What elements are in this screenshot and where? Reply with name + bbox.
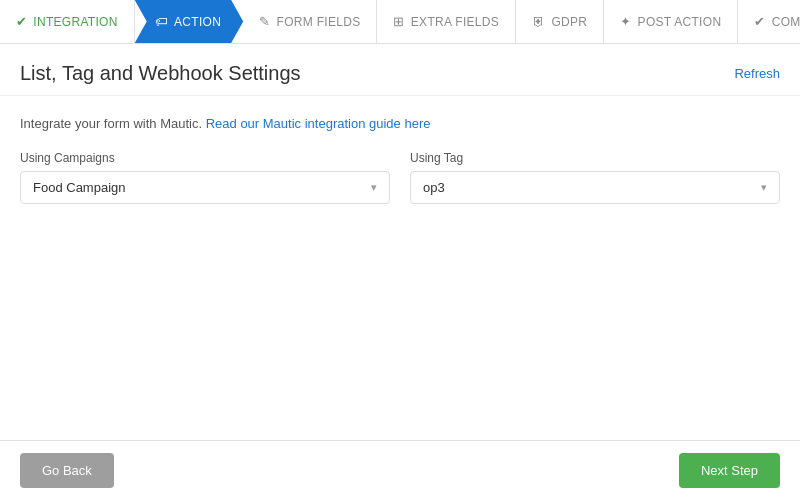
next-step-button[interactable]: Next Step xyxy=(679,453,780,488)
campaigns-field-group: Using Campaigns Food Campaign ▾ xyxy=(20,151,390,204)
star-icon: ✦ xyxy=(620,14,631,29)
chevron-down-icon-tag: ▾ xyxy=(761,181,767,194)
nav-item-complete-label: COMPLETE xyxy=(772,15,800,29)
nav-item-gdpr-label: GDPR xyxy=(551,15,587,29)
nav-item-extra-fields[interactable]: ⊞ EXTRA FIELDS xyxy=(377,0,516,43)
campaigns-value: Food Campaign xyxy=(33,180,126,195)
nav-item-form-fields-label: FORM FIELDS xyxy=(277,15,361,29)
tag-label: Using Tag xyxy=(410,151,780,165)
nav-item-action-label: ACTION xyxy=(174,15,221,29)
top-nav: ✔ INTEGRATION 🏷 ACTION ✎ FORM FIELDS ⊞ E… xyxy=(0,0,800,44)
tag-field-group: Using Tag op3 ▾ xyxy=(410,151,780,204)
tag-icon: 🏷 xyxy=(155,14,168,29)
nav-item-post-action[interactable]: ✦ POST ACTION xyxy=(604,0,738,43)
fields-row: Using Campaigns Food Campaign ▾ Using Ta… xyxy=(20,151,780,204)
nav-item-gdpr[interactable]: ⛨ GDPR xyxy=(516,0,604,43)
go-back-button[interactable]: Go Back xyxy=(20,453,114,488)
page-header: List, Tag and Webhook Settings Refresh xyxy=(0,44,800,96)
tag-select[interactable]: op3 ▾ xyxy=(410,171,780,204)
campaigns-select[interactable]: Food Campaign ▾ xyxy=(20,171,390,204)
check-icon: ✔ xyxy=(754,14,765,29)
nav-item-integration-label: INTEGRATION xyxy=(33,15,117,29)
nav-item-integration[interactable]: ✔ INTEGRATION xyxy=(0,0,135,43)
nav-item-form-fields[interactable]: ✎ FORM FIELDS xyxy=(243,0,377,43)
refresh-button[interactable]: Refresh xyxy=(734,66,780,81)
chevron-down-icon: ▾ xyxy=(371,181,377,194)
main-content: Integrate your form with Mautic. Read ou… xyxy=(0,96,800,224)
check-circle-icon: ✔ xyxy=(16,14,27,29)
nav-item-action[interactable]: 🏷 ACTION xyxy=(135,0,243,43)
campaigns-label: Using Campaigns xyxy=(20,151,390,165)
page-title: List, Tag and Webhook Settings xyxy=(20,62,301,85)
mautic-guide-link[interactable]: Read our Mautic integration guide here xyxy=(206,116,431,131)
nav-item-post-action-label: POST ACTION xyxy=(638,15,722,29)
intro-text: Integrate your form with Mautic. Read ou… xyxy=(20,116,780,131)
grid-icon: ⊞ xyxy=(393,14,404,29)
edit-icon: ✎ xyxy=(259,14,270,29)
nav-item-complete[interactable]: ✔ COMPLETE xyxy=(738,0,800,43)
nav-item-extra-fields-label: EXTRA FIELDS xyxy=(411,15,499,29)
tag-value: op3 xyxy=(423,180,445,195)
shield-icon: ⛨ xyxy=(532,14,545,29)
page-footer: Go Back Next Step xyxy=(0,440,800,500)
